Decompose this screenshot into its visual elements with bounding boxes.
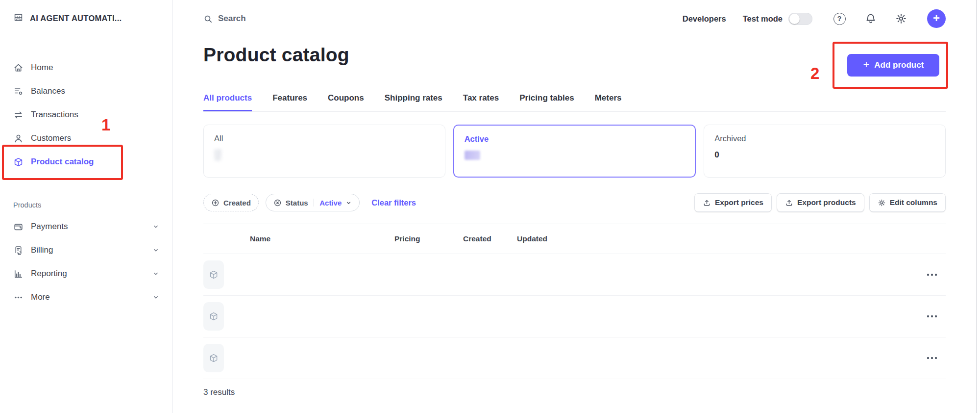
row-overflow-menu[interactable] [918, 357, 946, 359]
button-label: Export prices [715, 198, 763, 207]
column-header-pricing: Pricing [394, 234, 463, 243]
search-icon [203, 14, 213, 24]
tab-bar: All products Features Coupons Shipping r… [203, 93, 946, 112]
reporting-icon [13, 269, 24, 279]
chevron-down-icon [152, 294, 159, 301]
notifications-button[interactable] [864, 12, 877, 25]
sidebar-item-reporting[interactable]: Reporting [0, 262, 172, 285]
package-icon [203, 302, 224, 331]
sidebar-section-label: Products [0, 201, 172, 209]
export-prices-button[interactable]: Export prices [694, 193, 772, 212]
create-menu-button[interactable]: + [927, 9, 946, 28]
sidebar-item-payments[interactable]: Payments [0, 215, 172, 238]
settings-button[interactable] [895, 12, 907, 25]
card-label: Archived [714, 134, 935, 143]
row-overflow-menu[interactable] [918, 274, 946, 276]
sidebar-item-home[interactable]: Home [0, 56, 172, 79]
export-products-button[interactable]: Export products [777, 193, 864, 212]
export-icon [785, 199, 793, 207]
bell-icon [865, 13, 877, 25]
button-label: Edit columns [890, 198, 937, 207]
developers-link[interactable]: Developers [683, 14, 726, 24]
circle-x-icon[interactable] [273, 199, 282, 207]
filter-created[interactable]: Created [203, 194, 259, 211]
test-mode-toggle[interactable] [788, 13, 812, 25]
help-button[interactable]: ? [833, 12, 846, 25]
plus-icon: + [933, 12, 940, 24]
tab-features[interactable]: Features [272, 93, 307, 111]
page-title: Product catalog [203, 43, 349, 67]
summary-cards: All Active Archived 0 [203, 125, 946, 178]
sidebar-item-product-catalog[interactable]: Product catalog [0, 150, 172, 174]
card-archived[interactable]: Archived 0 [704, 125, 946, 178]
sidebar-item-balances[interactable]: Balances [0, 79, 172, 103]
package-icon [203, 344, 224, 372]
scrollbar-track[interactable] [976, 0, 977, 413]
customers-icon [13, 133, 24, 144]
card-label: Active [465, 134, 685, 144]
tab-tax-rates[interactable]: Tax rates [463, 93, 499, 111]
sidebar-item-label: Product catalog [31, 157, 94, 167]
search-placeholder: Search [218, 14, 246, 24]
filter-label: Status [286, 199, 308, 207]
table-row[interactable] [203, 296, 946, 337]
gear-icon [895, 13, 907, 25]
chevron-down-icon [345, 200, 352, 206]
sidebar-item-label: Transactions [31, 110, 78, 120]
edit-columns-button[interactable]: Edit columns [869, 193, 946, 212]
card-label: All [214, 134, 435, 143]
table-row[interactable] [203, 254, 946, 296]
topbar: Search Developers Test mode ? [203, 0, 946, 28]
more-icon [13, 292, 24, 303]
package-icon [203, 260, 224, 289]
sidebar-item-billing[interactable]: Billing [0, 238, 172, 262]
clear-filters-link[interactable]: Clear filters [371, 198, 416, 207]
button-label: Export products [797, 198, 856, 207]
filter-row: Created Status Active Clear filters [203, 193, 946, 212]
business-switcher[interactable]: AI AGENT AUTOMATI... [0, 10, 172, 26]
card-all[interactable]: All [203, 125, 445, 178]
sidebar-item-label: Customers [31, 133, 71, 143]
column-header-name: Name [250, 234, 394, 243]
filter-status[interactable]: Status Active [266, 194, 360, 211]
redacted-card-value [214, 149, 222, 161]
search-input[interactable]: Search [203, 14, 246, 24]
tab-coupons[interactable]: Coupons [328, 93, 364, 111]
sidebar-item-label: Balances [31, 86, 65, 96]
export-icon [703, 199, 711, 207]
annotation-2-wrap: 2 + Add product [810, 42, 948, 89]
payments-icon [13, 222, 24, 232]
filter-status-value: Active [319, 199, 342, 207]
card-value: 0 [714, 150, 935, 160]
annotation-number-1: 1 [101, 117, 110, 133]
plus-icon: + [863, 59, 869, 71]
tab-all-products[interactable]: All products [203, 93, 252, 111]
tab-meters[interactable]: Meters [595, 93, 622, 111]
column-header-created: Created [463, 234, 517, 243]
home-icon [13, 63, 24, 73]
table-row[interactable] [203, 337, 946, 379]
sidebar-item-transactions[interactable]: Transactions [0, 103, 172, 127]
redacted-card-value [465, 151, 480, 160]
table-actions: Export prices Export products [694, 193, 946, 212]
tab-pricing-tables[interactable]: Pricing tables [519, 93, 574, 111]
chevron-down-icon [152, 270, 159, 277]
column-header-updated: Updated [517, 234, 918, 243]
sidebar-item-customers[interactable]: Customers [0, 127, 172, 150]
help-icon: ? [833, 13, 846, 25]
topbar-right: Developers Test mode ? [683, 9, 946, 28]
annotation-number-2: 2 [810, 65, 819, 81]
business-name: AI AGENT AUTOMATI... [30, 14, 122, 23]
tab-shipping-rates[interactable]: Shipping rates [385, 93, 442, 111]
storefront-icon [13, 12, 24, 25]
sidebar-item-more[interactable]: More [0, 285, 172, 309]
sidebar-item-label: Home [31, 63, 53, 73]
balances-icon [13, 86, 24, 97]
card-active[interactable]: Active [453, 125, 696, 178]
sidebar-item-label: Payments [31, 222, 68, 232]
results-count: 3 results [203, 379, 946, 397]
sidebar-nav: Home Balances Transactions [0, 56, 172, 174]
row-overflow-menu[interactable] [918, 315, 946, 317]
sidebar: AI AGENT AUTOMATI... Home Balances [0, 0, 173, 413]
add-product-button[interactable]: + Add product [847, 54, 939, 77]
